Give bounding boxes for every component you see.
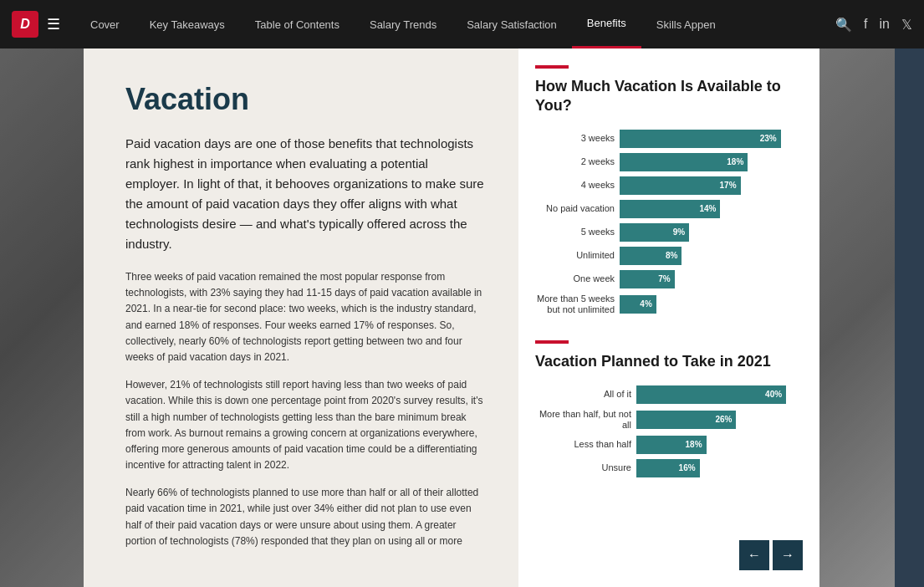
bar-value: 40%	[765, 390, 782, 399]
content-wrapper: Vacation Paid vacation days are one of t…	[0, 48, 924, 587]
bar-row: More than 5 weeks but not unlimited4%	[535, 294, 803, 315]
bar-label: 3 weeks	[535, 133, 615, 144]
bar-row: No paid vacation14%	[535, 200, 803, 218]
bar-container: 18%	[620, 153, 803, 171]
bar-label: 5 weeks	[535, 227, 615, 237]
bar-value: 16%	[679, 463, 696, 472]
bar-container: 7%	[620, 270, 803, 288]
navbar: D ☰ Cover Key Takeaways Table of Content…	[0, 0, 924, 48]
facebook-icon[interactable]: f	[864, 17, 867, 32]
nav-arrows: ← →	[739, 540, 803, 570]
bar-container: 40%	[636, 385, 803, 404]
bar-container: 16%	[636, 459, 803, 477]
bar-label: More than 5 weeks but not unlimited	[535, 294, 615, 315]
nav-salary-trends[interactable]: Salary Trends	[355, 0, 452, 48]
bar-label: Unsure	[535, 462, 631, 473]
bar-label: All of it	[535, 389, 631, 400]
chart2-title: Vacation Planned to Take in 2021	[535, 352, 803, 371]
bar-row: All of it40%	[535, 385, 803, 404]
nav-right: 🔍 f in 𝕏	[835, 17, 912, 33]
nav-salary-satisfaction[interactable]: Salary Satisfaction	[452, 0, 572, 48]
nav-skills-appen[interactable]: Skills Appen	[641, 0, 731, 48]
bar-container: 8%	[620, 247, 803, 265]
bar-label: Less than half	[535, 439, 631, 450]
bar-container: 23%	[620, 130, 803, 148]
right-background-image	[819, 48, 895, 587]
bar-value: 8%	[666, 251, 677, 260]
bar-container: 26%	[636, 411, 803, 429]
bar-label: No paid vacation	[535, 203, 615, 214]
bar-fill: 40%	[636, 385, 786, 404]
bar-value: 7%	[658, 274, 670, 283]
bar-value: 17%	[720, 181, 737, 190]
bar-fill: 17%	[620, 176, 741, 195]
bar-fill: 7%	[620, 270, 675, 288]
nav-logo[interactable]: D	[12, 11, 38, 38]
article-body-2: However, 21% of technologists still repo…	[125, 377, 485, 473]
bar-fill: 23%	[620, 130, 781, 148]
bar-row: Unsure16%	[535, 459, 803, 477]
hamburger-menu[interactable]: ☰	[47, 15, 60, 33]
article-lead: Paid vacation days are one of those bene…	[125, 134, 485, 254]
bar-row: More than half, but not all26%	[535, 409, 803, 431]
bar-fill: 26%	[636, 411, 736, 429]
next-arrow-button[interactable]: →	[773, 540, 803, 570]
nav-cover[interactable]: Cover	[75, 0, 135, 48]
logo-letter: D	[20, 17, 30, 32]
bar-value: 14%	[699, 204, 716, 213]
bar-container: 4%	[620, 295, 803, 314]
chart1-bars: 3 weeks23%2 weeks18%4 weeks17%No paid va…	[535, 130, 803, 315]
vacation-planned-chart: Vacation Planned to Take in 2021 All of …	[535, 340, 803, 477]
chart1-title: How Much Vacation Is Available to You?	[535, 77, 803, 116]
chart1-accent	[535, 65, 569, 69]
bar-fill: 16%	[636, 459, 700, 477]
vacation-availability-chart: How Much Vacation Is Available to You? 3…	[535, 65, 803, 315]
bar-row: Unlimited8%	[535, 247, 803, 265]
bar-label: Unlimited	[535, 250, 615, 261]
bar-fill: 18%	[636, 436, 707, 454]
bar-container: 9%	[620, 223, 803, 242]
bar-fill: 4%	[620, 295, 656, 314]
bar-label: One week	[535, 273, 615, 284]
charts-panel: How Much Vacation Is Available to You? 3…	[518, 48, 819, 587]
bar-fill: 18%	[620, 153, 748, 171]
bar-row: 5 weeks9%	[535, 223, 803, 242]
bar-value: 9%	[673, 227, 685, 237]
nav-items: Cover Key Takeaways Table of Contents Sa…	[75, 0, 835, 48]
article-body-1: Three weeks of paid vacation remained th…	[125, 269, 485, 365]
bar-row: One week7%	[535, 270, 803, 288]
bar-label: 4 weeks	[535, 180, 615, 191]
bar-container: 18%	[636, 436, 803, 454]
bar-value: 18%	[686, 440, 702, 449]
bar-fill: 14%	[620, 200, 720, 218]
left-background-image	[0, 48, 84, 587]
bar-row: Less than half18%	[535, 436, 803, 454]
bar-label: 2 weeks	[535, 156, 615, 167]
article-panel: Vacation Paid vacation days are one of t…	[84, 48, 518, 587]
bar-value: 23%	[760, 134, 777, 143]
bar-row: 4 weeks17%	[535, 176, 803, 195]
nav-benefits[interactable]: Benefits	[572, 0, 641, 48]
bar-value: 18%	[727, 157, 743, 166]
bar-value: 26%	[715, 415, 732, 424]
nav-table-of-contents[interactable]: Table of Contents	[240, 0, 355, 48]
bar-label: More than half, but not all	[535, 409, 631, 431]
bar-row: 3 weeks23%	[535, 130, 803, 148]
nav-key-takeaways[interactable]: Key Takeaways	[135, 0, 240, 48]
bar-container: 14%	[620, 200, 803, 218]
bar-fill: 9%	[620, 223, 689, 242]
bar-row: 2 weeks18%	[535, 153, 803, 171]
bar-value: 4%	[640, 299, 651, 309]
linkedin-icon[interactable]: in	[880, 17, 890, 32]
bar-fill: 8%	[620, 247, 682, 265]
twitter-icon[interactable]: 𝕏	[901, 17, 912, 33]
chart2-bars: All of it40%More than half, but not all2…	[535, 385, 803, 477]
article-body-3: Nearly 66% of technologists planned to u…	[125, 485, 485, 549]
prev-arrow-button[interactable]: ←	[739, 540, 769, 570]
bar-container: 17%	[620, 176, 803, 195]
search-icon[interactable]: 🔍	[835, 17, 852, 33]
article-heading: Vacation	[125, 82, 485, 117]
chart2-accent	[535, 340, 569, 344]
